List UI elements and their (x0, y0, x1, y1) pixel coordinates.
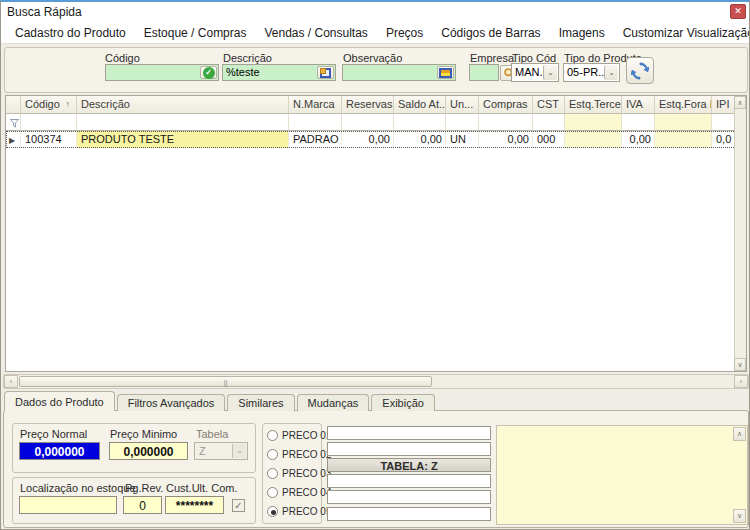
header-unidade[interactable]: Un... (446, 96, 479, 114)
header-cst[interactable]: CST (533, 96, 565, 114)
scroll-right-icon[interactable]: › (734, 375, 748, 388)
header-estq-terceiros[interactable]: Estq.Tercei... (565, 96, 622, 114)
cell-saldo[interactable]: 0,00 (394, 131, 446, 148)
localizacao-field[interactable] (19, 496, 117, 514)
menu-estoque-compras[interactable]: Estoque / Compras (135, 23, 256, 43)
refresh-icon (631, 62, 649, 80)
filter-cst[interactable] (533, 114, 565, 131)
header-n-marca[interactable]: N.Marca (289, 96, 342, 114)
filter-estq-fora[interactable] (655, 114, 712, 131)
cell-codigo[interactable]: 100374 (21, 131, 77, 148)
header-estq-fora[interactable]: Estq.Fora E... (655, 96, 712, 114)
cust-ult-checkbox[interactable]: ✓ (232, 499, 245, 512)
cell-n-marca[interactable]: PADRAO (289, 131, 342, 148)
observacao-memo-area[interactable]: ∧ ∨ (496, 425, 748, 525)
radio-preco-04[interactable]: PRECO 04 (267, 487, 331, 498)
menu-customizar-visualizacao[interactable]: Customizar Visualização (614, 23, 750, 43)
codigo-input[interactable]: ✓ (105, 64, 219, 81)
scroll-down-icon[interactable]: ∨ (734, 358, 746, 371)
preco-02-value-field[interactable] (327, 442, 491, 456)
filter-saldo[interactable] (394, 114, 446, 131)
pg-rev-field[interactable]: 0 (123, 496, 162, 514)
radio-preco-01[interactable]: PRECO 01 (267, 430, 331, 441)
header-iva[interactable]: IVA (622, 96, 655, 114)
cell-unidade[interactable]: UN (446, 131, 479, 148)
table-row[interactable]: ▶ 100374 PRODUTO TESTE PADRAO 0,00 0,00 … (6, 131, 734, 148)
header-saldo-atual[interactable]: Saldo At... (394, 96, 446, 114)
cell-iva[interactable]: 0,00 (622, 131, 655, 148)
radio-preco-03[interactable]: PRECO 03 (267, 468, 331, 479)
close-button[interactable]: ✕ (730, 4, 746, 19)
tab-exibicao[interactable]: Exibição (371, 394, 435, 411)
refresh-button[interactable] (626, 57, 654, 84)
tipo-produto-select[interactable]: 05-PR... ⌄ (563, 63, 620, 82)
header-reservas[interactable]: Reservas (342, 96, 394, 114)
header-descricao[interactable]: Descrição (77, 96, 289, 114)
codigo-ok-button[interactable]: ✓ (200, 66, 217, 79)
preco-04-value-field[interactable] (327, 490, 491, 504)
tab-similares[interactable]: Similares (227, 394, 294, 411)
menu-vendas-consultas[interactable]: Vendas / Consultas (255, 23, 376, 43)
preco-normal-label: Preço Normal (20, 428, 87, 440)
grid-horizontal-scrollbar[interactable]: ‹ || › (3, 374, 749, 389)
radio-preco-05[interactable]: PRECO 05 (267, 506, 331, 517)
cell-reservas[interactable]: 0,00 (342, 131, 394, 148)
scroll-left-icon[interactable]: ‹ (4, 375, 18, 388)
scroll-up-icon[interactable]: ∧ (734, 96, 746, 109)
grid-viewport: Código↑ Descrição N.Marca Reservas Saldo… (6, 96, 734, 371)
tab-dados-do-produto[interactable]: Dados do Produto (4, 391, 115, 411)
cell-estq-fora[interactable] (655, 131, 712, 148)
preco-minimo-field[interactable]: 0,000000 (109, 442, 188, 460)
filter-compras[interactable] (479, 114, 533, 131)
filter-codigo[interactable] (21, 114, 77, 131)
filter-iva[interactable] (622, 114, 655, 131)
tab-filtros-avancados[interactable]: Filtros Avançados (117, 394, 226, 411)
cell-compras[interactable]: 0,00 (479, 131, 533, 148)
empresa-input[interactable] (469, 64, 499, 81)
tab-mudancas[interactable]: Mudanças (297, 394, 370, 411)
cell-estq-terceiros[interactable] (565, 131, 622, 148)
filter-estq-terceiros[interactable] (565, 114, 622, 131)
header-codigo[interactable]: Código↑ (21, 96, 77, 114)
menu-precos[interactable]: Preços (377, 23, 432, 43)
window-title: Busca Rápida (7, 5, 82, 19)
radio-preco-02[interactable]: PRECO 02 (267, 449, 331, 460)
chevron-down-icon[interactable]: ⌄ (604, 65, 618, 80)
preco-minimo-label: Preço Minimo (110, 428, 177, 440)
menu-imagens[interactable]: Imagens (550, 23, 614, 43)
filter-unidade[interactable] (446, 114, 479, 131)
preco-03-value-field[interactable] (327, 474, 491, 488)
filter-reservas[interactable] (342, 114, 394, 131)
chevron-down-icon[interactable]: ⌄ (543, 65, 557, 80)
tipo-cod-select[interactable]: MAN... ⌄ (511, 63, 559, 82)
filter-n-marca[interactable] (289, 114, 342, 131)
menu-codigos-de-barras[interactable]: Códigos de Barras (432, 23, 549, 43)
radio-icon (267, 487, 278, 498)
check-circle-icon: ✓ (203, 67, 215, 79)
chevron-down-icon: ⌄ (232, 444, 246, 458)
header-compras[interactable]: Compras (479, 96, 533, 114)
cell-descricao[interactable]: PRODUTO TESTE (77, 131, 289, 148)
cell-cst[interactable]: 000 (533, 131, 565, 148)
memo-scroll-down-icon[interactable]: ∨ (733, 509, 746, 523)
memo-scroll-up-icon[interactable]: ∧ (733, 427, 746, 441)
empresa-label: Empresa (470, 52, 514, 64)
scrollbar-thumb[interactable]: || (19, 376, 432, 387)
observacao-input[interactable] (342, 64, 456, 81)
preco-05-value-field[interactable] (327, 507, 491, 521)
preco-normal-field[interactable]: 0,000000 (19, 442, 100, 460)
header-ipi[interactable]: IPI (712, 96, 734, 114)
sort-asc-icon: ↑ (66, 99, 71, 109)
filter-descricao[interactable] (77, 114, 289, 131)
cust-ult-com-label: Cust.Ult. Com. (166, 482, 238, 494)
filter-ipi[interactable] (712, 114, 734, 131)
preco-01-value-field[interactable] (327, 426, 491, 440)
descricao-input[interactable]: %teste (222, 64, 336, 81)
localizacao-label: Localização no estoque (20, 482, 136, 494)
cust-ult-com-field[interactable]: ******** (165, 496, 224, 514)
observacao-memo-button[interactable] (437, 66, 454, 79)
menu-cadastro-do-produto[interactable]: Cadastro do Produto (6, 23, 135, 43)
cell-ipi[interactable]: 0,0 (712, 131, 734, 148)
grid-vertical-scrollbar[interactable]: ∧ ∨ (734, 96, 746, 371)
descricao-lookup-button[interactable] (317, 66, 334, 79)
